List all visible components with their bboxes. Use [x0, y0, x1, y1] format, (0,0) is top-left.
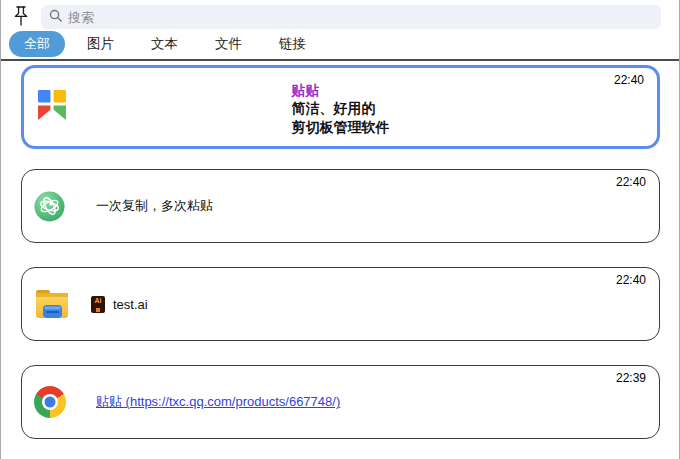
atom-app-icon — [34, 191, 65, 222]
clipboard-manager-window: { "topbar": { "search": { "placeholder":… — [0, 0, 680, 459]
clipboard-card-text[interactable]: 22:40 — [21, 169, 660, 243]
pin-button[interactable] — [9, 4, 33, 30]
rich-text-line: 剪切板管理软件 — [292, 118, 390, 137]
clipboard-list: 22:40 贴贴 简洁、好用的 剪切板管理软件 22:40 — [1, 61, 679, 439]
tab-all[interactable]: 全部 — [9, 31, 65, 57]
search-box[interactable] — [41, 5, 661, 29]
filter-tabs: 全部 图片 文本 文件 链接 — [1, 32, 679, 59]
rich-text-content: 贴贴 简洁、好用的 剪切板管理软件 — [292, 68, 390, 146]
ai-file-icon: Ai — [91, 296, 105, 313]
timestamp: 22:40 — [616, 175, 646, 189]
chrome-icon — [34, 386, 66, 418]
tab-text[interactable]: 文本 — [151, 33, 178, 55]
timestamp: 22:39 — [616, 371, 646, 385]
search-icon — [49, 8, 62, 26]
clipboard-link[interactable]: 贴贴 (https://txc.qq.com/products/667748/) — [96, 393, 340, 411]
rich-text-title: 贴贴 — [292, 81, 320, 99]
tab-images[interactable]: 图片 — [87, 33, 114, 55]
rich-text-line: 简洁、好用的 — [292, 99, 376, 118]
timestamp: 22:40 — [616, 273, 646, 287]
file-name: test.ai — [113, 297, 148, 312]
top-bar — [1, 0, 679, 32]
text-content: 一次复制，多次粘贴 — [96, 197, 213, 215]
search-input[interactable] — [68, 10, 653, 25]
folder-icon — [34, 288, 70, 320]
ai-file-icon-mark — [96, 308, 100, 312]
ai-file-icon-label: Ai — [95, 297, 102, 304]
clipboard-card-link[interactable]: 22:39 贴贴 (https://txc.qq.com/products/66… — [21, 365, 660, 439]
tab-links[interactable]: 链接 — [279, 33, 306, 55]
clipboard-card-richtext[interactable]: 22:40 贴贴 简洁、好用的 剪切板管理软件 — [21, 65, 660, 149]
pushpin-icon — [12, 5, 30, 30]
clipboard-card-file[interactable]: 22:40 — [21, 267, 660, 341]
tietie-logo-icon — [38, 90, 66, 124]
tab-files[interactable]: 文件 — [215, 33, 242, 55]
timestamp: 22:40 — [614, 73, 644, 87]
